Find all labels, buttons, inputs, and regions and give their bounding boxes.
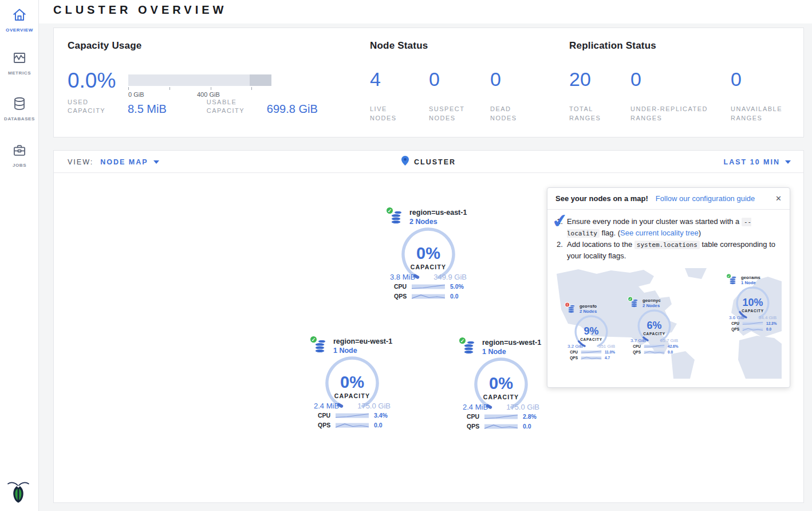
- stat-live-nodes: 4LIVE NODES: [370, 69, 429, 123]
- cpu-value: 5.0%: [450, 283, 464, 290]
- qps-value: 0.0: [766, 327, 771, 331]
- databases-icon: [12, 96, 27, 113]
- node-used-capacity: 2.4 MiB: [463, 403, 488, 411]
- sidebar-item-databases[interactable]: DATABASES: [0, 96, 39, 121]
- capacity-percent-value: 0.0%: [68, 69, 128, 93]
- map-pin-icon: [401, 156, 409, 168]
- region-nodes-link: 2 Nodes: [642, 303, 660, 308]
- healthy-check-badge: ✓: [726, 273, 731, 278]
- mini-region-node: !geo=sfo2 Nodes9%CAPACITY3.2 GiB351 GiBC…: [565, 301, 618, 361]
- mini-region-node: ✓geo=nyc2 Nodes6%CAPACITY3.7 GiB65.7 GiB…: [628, 296, 681, 356]
- cpu-label: CPU: [570, 349, 581, 353]
- qps-value: 4.7: [605, 355, 610, 359]
- region-label: geo=sfo: [580, 303, 597, 308]
- capacity-gauge-label: CAPACITY: [385, 264, 471, 270]
- cpu-label: CPU: [731, 321, 742, 325]
- example-map-image: !geo=sfo2 Nodes9%CAPACITY3.2 GiB351 GiBC…: [557, 268, 782, 379]
- qps-sparkline: [484, 423, 518, 430]
- node-status-section: Node Status 4LIVE NODES 0SUSPECT NODES 0…: [370, 40, 536, 123]
- capacity-gauge-label: CAPACITY: [565, 337, 618, 341]
- close-icon[interactable]: ✕: [775, 194, 782, 203]
- healthy-check-badge: ✓: [385, 206, 394, 215]
- qps-sparkline: [743, 327, 763, 331]
- node-used-capacity: 3.6 GiB: [729, 315, 744, 320]
- node-total-capacity: 351 GiB: [598, 343, 615, 348]
- cpu-sparkline: [412, 284, 445, 290]
- cpu-label: CPU: [633, 344, 644, 348]
- region-label: region=eu-west-1: [333, 337, 392, 345]
- cpu-value: 2.8%: [523, 413, 537, 420]
- region-node: ✓region=us-east-12 Nodes0%CAPACITY3.8 Mi…: [385, 205, 471, 302]
- used-capacity-label: USED CAPACITY: [68, 98, 118, 115]
- capacity-gauge-label: CAPACITY: [726, 309, 779, 313]
- region-node: ✓region=eu-west-11 Node0%CAPACITY2.4 MiB…: [309, 334, 395, 431]
- time-range-dropdown[interactable]: LAST 10 MIN: [724, 151, 791, 173]
- cpu-sparkline: [484, 414, 518, 420]
- sidebar-item-label: METRICS: [8, 70, 31, 76]
- cpu-value: 11.0%: [605, 349, 615, 353]
- region-label: geo=nyc: [642, 297, 661, 302]
- stat-dead-nodes: 0DEAD NODES: [490, 69, 536, 123]
- healthy-check-badge: ✓: [628, 296, 633, 301]
- cpu-sparkline: [336, 412, 369, 419]
- cluster-summary-panel: Capacity Usage 0.0% 0 GiB 400 GiB USED C…: [53, 27, 804, 137]
- capacity-usage-section: Capacity Usage 0.0% 0 GiB 400 GiB USED C…: [68, 40, 365, 115]
- configuration-guide-link[interactable]: Follow our configuration guide: [656, 194, 755, 203]
- sidebar-item-label: OVERVIEW: [6, 27, 33, 33]
- capacity-gauge-label: CAPACITY: [458, 394, 544, 400]
- node-used-capacity: 2.4 MiB: [314, 402, 339, 410]
- region-node: ✓region=us-west-11 Node0%CAPACITY2.4 MiB…: [458, 335, 544, 433]
- cpu-value: 12.3%: [766, 321, 776, 325]
- sidebar-item-label: DATABASES: [4, 116, 35, 121]
- healthy-check-badge: ✓: [309, 335, 318, 344]
- qps-label: QPS: [318, 422, 336, 429]
- capacity-bar-segment: [250, 74, 271, 86]
- qps-sparkline: [412, 293, 445, 300]
- node-total-capacity: 175.0 GiB: [357, 402, 391, 410]
- node-map-panel: VIEW: NODE MAP CLUSTER LAST 10 MIN ✓regi…: [53, 150, 804, 503]
- capacity-bar: 0 GiB 400 GiB: [128, 74, 271, 93]
- cpu-label: CPU: [394, 283, 412, 290]
- node-total-capacity: 175.0 GiB: [506, 403, 539, 411]
- sidebar-item-overview[interactable]: OVERVIEW: [0, 7, 39, 33]
- qps-value: 0.0: [374, 422, 383, 429]
- cockroachdb-logo: [7, 480, 30, 506]
- capacity-gauge-label: CAPACITY: [628, 332, 681, 336]
- page-title: CLUSTER OVERVIEW: [53, 3, 227, 17]
- stat-total-ranges: 20TOTAL RANGES: [569, 69, 630, 123]
- node-map-canvas: ✓region=us-west-11 Node0%CAPACITY2.4 MiB…: [54, 173, 803, 502]
- qps-sparkline: [581, 356, 602, 360]
- replication-status-section: Replication Status 20TOTAL RANGES 0UNDER…: [569, 40, 794, 123]
- cpu-value: 42.6%: [668, 344, 678, 348]
- capacity-gauge-percent: 0%: [458, 375, 544, 392]
- mini-region-node: ✓geo=ams1 Node10%CAPACITY3.6 GiB34.4 GiB…: [726, 273, 779, 333]
- capacity-gauge-percent: 10%: [726, 297, 779, 308]
- cpu-sparkline: [644, 344, 665, 348]
- qps-value: 0.0: [668, 349, 673, 353]
- locality-breadcrumb[interactable]: CLUSTER: [414, 158, 456, 166]
- section-title: Node Status: [370, 40, 536, 52]
- home-icon: [12, 7, 27, 25]
- region-nodes-link[interactable]: 2 Nodes: [409, 218, 437, 226]
- region-label: region=us-east-1: [409, 209, 467, 217]
- usable-capacity-value: 699.8 GiB: [267, 103, 318, 115]
- jobs-icon: [12, 143, 27, 160]
- sidebar-item-metrics[interactable]: METRICS: [0, 50, 39, 76]
- code-chip: system.locations: [634, 241, 700, 249]
- capacity-gauge-label: CAPACITY: [309, 392, 395, 399]
- node-total-capacity: 349.9 GiB: [433, 273, 467, 281]
- sidebar-item-jobs[interactable]: JOBS: [0, 143, 39, 168]
- used-capacity-value: 8.5 MiB: [128, 103, 167, 115]
- stat-under-replicated-ranges: 0UNDER-REPLICATED RANGES: [630, 69, 731, 123]
- chevron-down-icon: [785, 160, 791, 164]
- region-nodes-link: 1 Node: [741, 280, 756, 285]
- popup-title: See your nodes on a map!: [555, 194, 648, 203]
- check-icon: ✔: [550, 209, 569, 233]
- capacity-gauge-percent: 9%: [565, 326, 618, 336]
- qps-label: QPS: [467, 423, 484, 430]
- locality-tree-link[interactable]: See current locality tree: [620, 229, 699, 237]
- region-nodes-link[interactable]: 1 Node: [333, 347, 357, 355]
- region-label: geo=ams: [741, 274, 760, 280]
- region-nodes-link[interactable]: 1 Node: [482, 348, 506, 356]
- node-used-capacity: 3.8 MiB: [390, 273, 415, 281]
